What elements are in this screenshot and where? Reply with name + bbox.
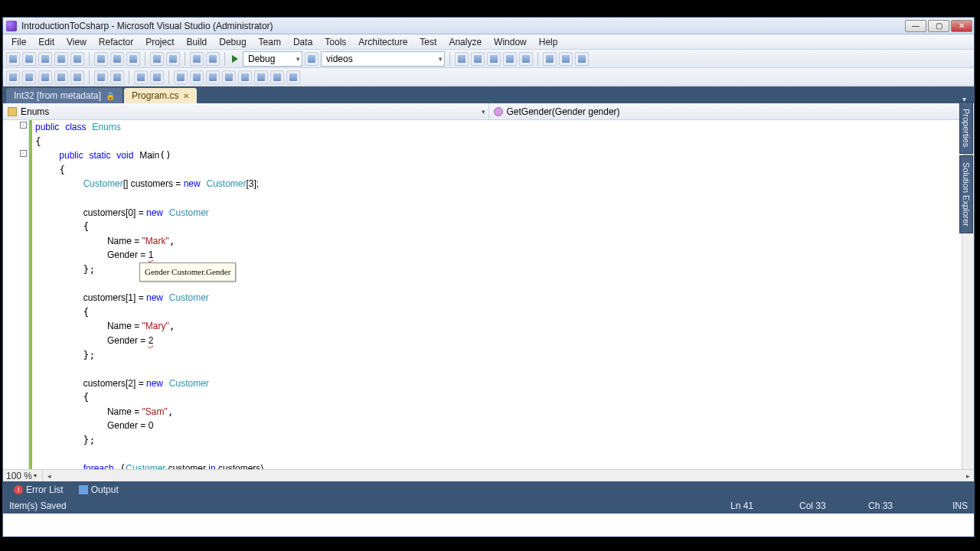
- redo-button[interactable]: [166, 52, 180, 66]
- new-project-button[interactable]: [6, 52, 20, 66]
- add-item-button[interactable]: [22, 52, 36, 66]
- menu-window[interactable]: Window: [488, 35, 532, 49]
- tb-f[interactable]: [543, 52, 557, 66]
- menu-analyze[interactable]: Analyze: [443, 35, 487, 49]
- bookmark-e[interactable]: [238, 70, 252, 84]
- tb-g[interactable]: [559, 52, 573, 66]
- error-list-tab[interactable]: !Error List: [8, 483, 70, 497]
- intellisense-tooltip: Gender Customer.Gender: [139, 262, 236, 282]
- bookmark-c[interactable]: [206, 70, 220, 84]
- menu-architecture[interactable]: Architecture: [353, 35, 413, 49]
- tb-h[interactable]: [575, 52, 589, 66]
- open-button[interactable]: [38, 52, 52, 66]
- te-a[interactable]: [6, 70, 20, 84]
- te-b[interactable]: [22, 70, 36, 84]
- comment-button[interactable]: [134, 70, 148, 84]
- minimize-button[interactable]: —: [905, 20, 926, 32]
- search-combo[interactable]: videos: [321, 51, 445, 67]
- te-d[interactable]: [54, 70, 68, 84]
- tb-d[interactable]: [503, 52, 517, 66]
- zoom-combo[interactable]: 100 %: [3, 471, 43, 481]
- type-nav-value: Enums: [21, 106, 49, 117]
- menu-build[interactable]: Build: [181, 35, 213, 49]
- code-editor[interactable]: - - public class Enums { public static v…: [3, 120, 974, 469]
- bottom-tool-tabs: !Error List Output: [3, 481, 974, 498]
- status-ch: Ch 33: [868, 500, 937, 511]
- titlebar[interactable]: IntroductionToCsharp - Microsoft Visual …: [3, 18, 974, 34]
- outdent-button[interactable]: [94, 70, 108, 84]
- bookmark-h[interactable]: [286, 70, 300, 84]
- bookmark-g[interactable]: [270, 70, 284, 84]
- tab-int32[interactable]: Int32 [from metadata] 🔒: [6, 88, 122, 103]
- menu-project[interactable]: Project: [140, 35, 179, 49]
- separator: [224, 52, 225, 66]
- tb-e[interactable]: [519, 52, 533, 66]
- save-all-button[interactable]: [70, 52, 84, 66]
- scroll-left-icon[interactable]: ◂: [43, 472, 55, 480]
- separator: [89, 52, 90, 66]
- start-debug-button[interactable]: [232, 55, 238, 63]
- te-e[interactable]: [70, 70, 84, 84]
- output-icon: [79, 485, 88, 494]
- output-tab[interactable]: Output: [73, 483, 125, 497]
- maximize-button[interactable]: ▢: [928, 20, 949, 32]
- copy-button[interactable]: [110, 52, 124, 66]
- toolbar-main: Debug videos: [3, 50, 974, 68]
- horizontal-scrollbar[interactable]: 100 % ◂ ▸: [3, 469, 974, 481]
- uncomment-button[interactable]: [150, 70, 164, 84]
- indent-button[interactable]: [110, 70, 124, 84]
- chevron-down-icon[interactable]: ▾: [482, 108, 485, 116]
- menu-data[interactable]: Data: [288, 35, 318, 49]
- lock-icon: 🔒: [106, 92, 115, 100]
- bookmark-d[interactable]: [222, 70, 236, 84]
- bookmark-a[interactable]: [174, 70, 188, 84]
- member-nav-value: GetGender(Gender gender): [507, 106, 620, 117]
- tb-a[interactable]: [455, 52, 469, 66]
- fold-toggle[interactable]: -: [20, 150, 27, 157]
- close-tab-icon[interactable]: ✕: [183, 92, 189, 100]
- menu-refactor[interactable]: Refactor: [93, 35, 139, 49]
- menu-help[interactable]: Help: [534, 35, 564, 49]
- separator: [145, 52, 145, 66]
- bookmark-f[interactable]: [254, 70, 268, 84]
- bookmark-b[interactable]: [190, 70, 204, 84]
- properties-tab[interactable]: Properties: [959, 102, 973, 154]
- code-content[interactable]: public class Enums { public static void …: [32, 120, 974, 469]
- cut-button[interactable]: [94, 52, 108, 66]
- nav-back-button[interactable]: [190, 52, 204, 66]
- menu-view[interactable]: View: [61, 35, 92, 49]
- error-icon: !: [14, 485, 23, 494]
- config-value: Debug: [248, 54, 275, 64]
- member-nav-combo[interactable]: GetGender(Gender gender) ▾: [489, 103, 975, 119]
- paste-button[interactable]: [126, 52, 140, 66]
- scroll-right-icon[interactable]: ▸: [962, 472, 974, 480]
- fold-toggle[interactable]: -: [20, 122, 27, 129]
- window-title: IntroductionToCsharp - Microsoft Visual …: [21, 21, 905, 31]
- tb-b[interactable]: [471, 52, 485, 66]
- separator: [537, 52, 538, 66]
- type-nav-combo[interactable]: Enums ▾: [3, 103, 489, 119]
- editor-gutter[interactable]: - -: [3, 120, 29, 469]
- tab-program-cs[interactable]: Program.cs ✕: [124, 88, 197, 103]
- document-tabstrip: Int32 [from metadata] 🔒 Program.cs ✕ ▾: [3, 86, 974, 103]
- close-button[interactable]: ✕: [951, 20, 972, 32]
- menu-tools[interactable]: Tools: [319, 35, 351, 49]
- vs-window: IntroductionToCsharp - Microsoft Visual …: [2, 17, 975, 537]
- undo-button[interactable]: [150, 52, 164, 66]
- save-button[interactable]: [54, 52, 68, 66]
- nav-fwd-button[interactable]: [206, 52, 220, 66]
- separator: [129, 70, 129, 84]
- te-c[interactable]: [38, 70, 52, 84]
- config-combo[interactable]: Debug: [243, 51, 302, 67]
- menu-edit[interactable]: Edit: [33, 35, 60, 49]
- menu-test[interactable]: Test: [414, 35, 442, 49]
- menu-team[interactable]: Team: [253, 35, 286, 49]
- solution-explorer-tab[interactable]: Solution Explorer: [959, 155, 973, 233]
- menu-debug[interactable]: Debug: [214, 35, 251, 49]
- statusbar: Item(s) Saved Ln 41 Col 33 Ch 33 INS: [3, 498, 974, 514]
- class-icon: [8, 107, 17, 116]
- navigation-bar: Enums ▾ GetGender(Gender gender) ▾: [3, 103, 974, 120]
- menu-file[interactable]: File: [6, 35, 31, 49]
- tb-c[interactable]: [487, 52, 501, 66]
- find-button[interactable]: [305, 52, 318, 66]
